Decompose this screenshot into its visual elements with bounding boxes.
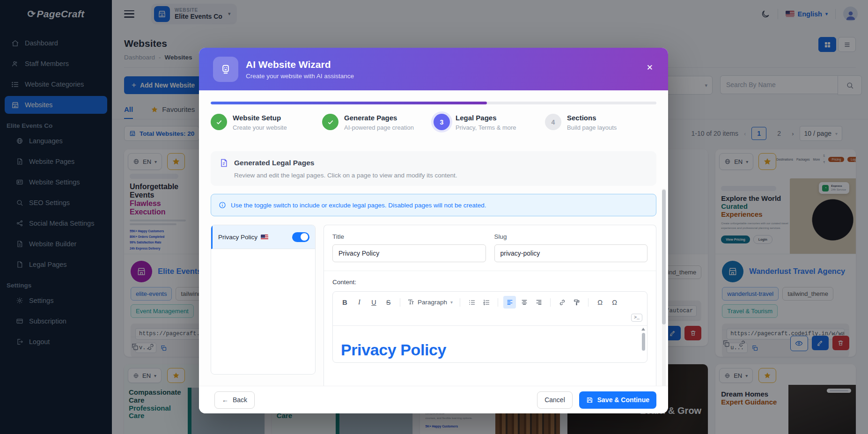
modal-header: AI Website Wizard Create your website wi… xyxy=(199,48,668,90)
step-label: Generate Pages xyxy=(344,114,414,122)
bullet-list-button[interactable] xyxy=(465,296,478,309)
step-number-text: 4 xyxy=(552,118,555,126)
us-flag-icon xyxy=(261,235,268,240)
special-character-omega-button[interactable]: Ω xyxy=(594,296,606,309)
modal-body: Website SetupCreate your website Generat… xyxy=(199,90,668,386)
scroll-up-arrow-icon[interactable] xyxy=(641,328,645,331)
step-check-icon xyxy=(322,114,338,130)
content-field-label: Content: xyxy=(332,279,647,286)
align-left-button[interactable] xyxy=(503,296,516,309)
align-right-button[interactable] xyxy=(532,296,545,309)
step-sublabel: Create your website xyxy=(233,124,287,131)
section-subtitle: Review and edit the legal pages. Click o… xyxy=(234,172,648,179)
scrollbar-thumb[interactable] xyxy=(662,190,666,324)
step-label: Legal Pages xyxy=(456,114,516,122)
paragraph-style-select[interactable]: Paragraph ▾ xyxy=(405,299,455,306)
robot-wizard-icon xyxy=(213,57,238,82)
source-code-button[interactable]: >_ xyxy=(631,314,642,322)
editor-toolbar: B I U S Paragraph ▾ xyxy=(333,292,647,313)
wizard-steps: Website SetupCreate your website Generat… xyxy=(211,114,656,131)
editor-scrollbar[interactable] xyxy=(641,328,646,362)
step-sublabel: Build page layouts xyxy=(567,124,617,131)
strikethrough-button[interactable]: S xyxy=(382,296,395,309)
ordered-list-button[interactable] xyxy=(480,296,493,309)
link-button[interactable] xyxy=(556,296,568,309)
underline-button[interactable]: U xyxy=(368,296,380,309)
step-label: Website Setup xyxy=(233,114,287,122)
step-sublabel: AI-powered page creation xyxy=(344,124,414,131)
save-icon xyxy=(586,397,593,404)
legal-pages-list: Privacy Policy xyxy=(211,225,316,375)
cancel-label: Cancel xyxy=(544,396,565,404)
divider xyxy=(498,298,498,307)
scrollbar-thumb[interactable] xyxy=(642,333,645,351)
text-style-icon xyxy=(407,299,414,306)
ai-website-wizard-modal: AI Website Wizard Create your website wi… xyxy=(199,48,668,413)
step-label: Sections xyxy=(567,114,617,122)
save-label: Save & Continue xyxy=(597,396,649,404)
wizard-progress-bar xyxy=(211,102,656,104)
back-button[interactable]: ← Back xyxy=(214,391,255,409)
close-icon[interactable]: ✕ xyxy=(647,64,653,72)
save-continue-button[interactable]: Save & Continue xyxy=(579,391,656,409)
back-label: Back xyxy=(233,396,247,404)
modal-scrollbar[interactable] xyxy=(662,189,666,386)
bold-button[interactable]: B xyxy=(338,296,351,309)
legal-page-editor-panel: Title Slug Content: B I xyxy=(324,225,656,386)
clear-format-brush-button[interactable] xyxy=(570,296,583,309)
title-input[interactable] xyxy=(332,244,486,262)
step-number-text: 3 xyxy=(440,118,444,126)
divider xyxy=(588,298,588,307)
modal-footer: ← Back Cancel Save & Continue xyxy=(199,386,668,413)
step-website-setup[interactable]: Website SetupCreate your website xyxy=(211,114,322,131)
step-sublabel: Privacy, Terms & more xyxy=(456,124,516,131)
divider xyxy=(400,298,400,307)
special-character-omega-button-2[interactable]: Ω xyxy=(608,296,621,309)
divider xyxy=(324,271,656,271)
legal-page-label: Privacy Policy xyxy=(218,234,257,241)
section-title: Generated Legal Pages xyxy=(234,159,314,167)
generated-legal-pages-panel: Generated Legal Pages Review and edit th… xyxy=(211,151,656,186)
rich-text-editor: B I U S Paragraph ▾ xyxy=(332,291,647,363)
step-number: 4 xyxy=(545,114,561,130)
slug-field-label: Slug xyxy=(494,233,648,240)
info-text: Use the toggle switch to include or excl… xyxy=(231,202,486,209)
step-generate-pages[interactable]: Generate PagesAI-powered page creation xyxy=(322,114,434,131)
chevron-down-icon: ▾ xyxy=(450,300,453,305)
modal-subtitle: Create your website with AI assistance xyxy=(246,73,354,80)
info-icon xyxy=(219,201,226,209)
document-heading: Privacy Policy xyxy=(341,341,446,359)
legal-page-item-privacy-policy[interactable]: Privacy Policy xyxy=(211,225,315,249)
step-sections[interactable]: 4 SectionsBuild page layouts xyxy=(545,114,656,131)
modal-title: AI Website Wizard xyxy=(246,59,354,70)
step-number: 3 xyxy=(434,114,450,130)
step-check-icon xyxy=(211,114,227,130)
cancel-button[interactable]: Cancel xyxy=(537,391,573,409)
align-center-button[interactable] xyxy=(518,296,530,309)
app-viewport: ⟳PageCraft Dashboard Staff Members Websi… xyxy=(0,0,868,434)
italic-button[interactable]: I xyxy=(353,296,366,309)
editor-content-area[interactable]: Privacy Policy xyxy=(333,325,647,362)
step-legal-pages[interactable]: 3 Legal PagesPrivacy, Terms & more xyxy=(434,114,545,131)
privacy-policy-toggle[interactable] xyxy=(292,232,309,242)
arrow-left-icon: ← xyxy=(222,396,228,404)
divider xyxy=(460,298,460,307)
slug-input[interactable] xyxy=(494,244,648,262)
divider xyxy=(550,298,551,307)
info-banner: Use the toggle switch to include or excl… xyxy=(211,194,656,216)
legal-document-icon xyxy=(219,158,228,168)
paragraph-label: Paragraph xyxy=(418,299,447,306)
title-field-label: Title xyxy=(332,233,486,240)
